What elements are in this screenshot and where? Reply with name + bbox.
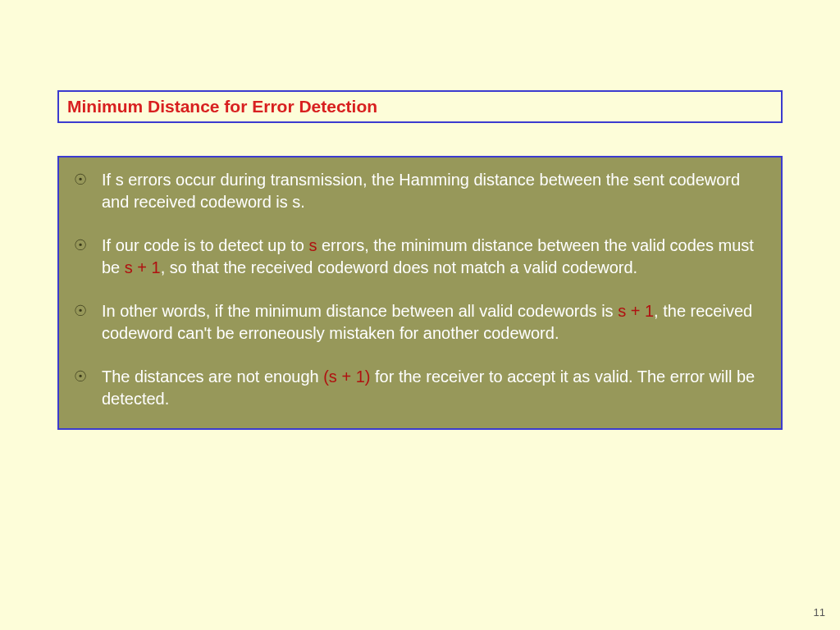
bullet-2-pre: If our code is to detect up to — [102, 236, 308, 254]
bullet-3-text: In other words, if the minimum distance … — [102, 300, 766, 345]
bullet-3-highlight-1: s + 1 — [618, 302, 654, 320]
bullet-marker-icon: ☉ — [74, 366, 102, 388]
bullet-marker-icon: ☉ — [74, 300, 102, 322]
title-box: Minimum Distance for Error Detection — [57, 90, 783, 123]
bullet-2-text: If our code is to detect up to s errors,… — [102, 235, 766, 279]
bullet-2-highlight-2: s + 1 — [125, 258, 161, 276]
bullet-4-text: The distances are not enough (s + 1) for… — [102, 366, 766, 410]
bullet-4-pre: The distances are not enough — [102, 368, 323, 386]
bullet-1-text: If s errors occur during transmission, t… — [102, 169, 766, 213]
bullet-1: ☉ If s errors occur during transmission,… — [74, 169, 766, 213]
bullet-2-post: , so that the received codeword does not… — [161, 258, 637, 276]
bullet-3: ☉ In other words, if the minimum distanc… — [74, 300, 766, 345]
slide-title: Minimum Distance for Error Detection — [67, 97, 773, 116]
bullet-marker-icon: ☉ — [74, 169, 102, 191]
content-box: ☉ If s errors occur during transmission,… — [57, 156, 783, 430]
bullet-4: ☉ The distances are not enough (s + 1) f… — [74, 366, 766, 410]
bullet-4-highlight-1: (s + 1) — [323, 368, 370, 386]
bullet-2: ☉ If our code is to detect up to s error… — [74, 235, 766, 279]
bullet-3-pre: In other words, if the minimum distance … — [102, 302, 618, 320]
bullet-2-highlight-1: s — [308, 236, 317, 254]
bullet-marker-icon: ☉ — [74, 235, 102, 257]
page-number: 11 — [814, 606, 825, 619]
